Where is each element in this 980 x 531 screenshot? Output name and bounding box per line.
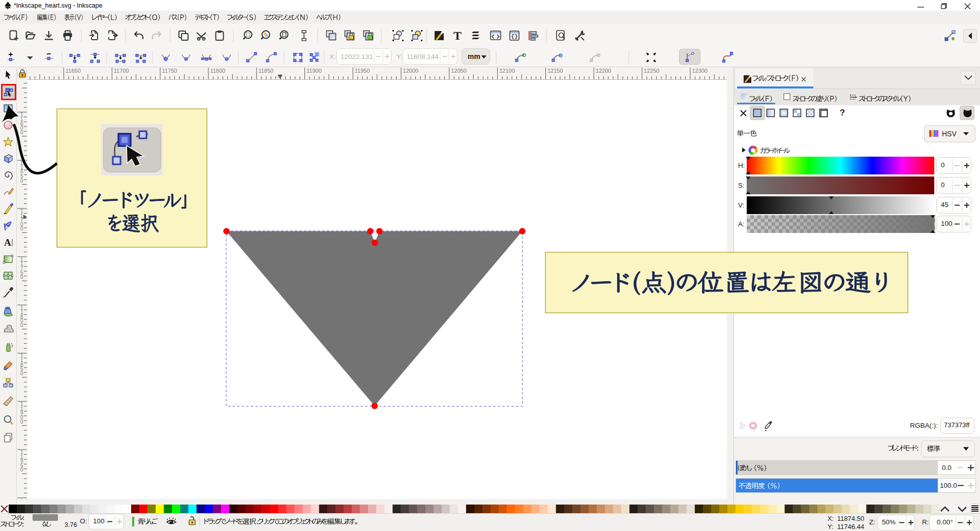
svg-text:0: 0 — [20, 371, 23, 376]
svg-text:12000: 12000 — [403, 68, 419, 74]
svg-text:12100: 12100 — [499, 68, 515, 74]
svg-text:1: 1 — [20, 498, 23, 499]
svg-text:A: A — [4, 237, 11, 248]
svg-text:12300: 12300 — [692, 68, 708, 74]
svg-text:11700: 11700 — [114, 68, 129, 74]
svg-text:0: 0 — [20, 226, 23, 231]
svg-text:0: 0 — [20, 467, 23, 473]
svg-text:11650: 11650 — [66, 68, 81, 74]
svg-text:12250: 12250 — [644, 68, 660, 74]
svg-text:11900: 11900 — [307, 68, 322, 74]
svg-text:11750: 11750 — [162, 68, 177, 74]
svg-text:0: 0 — [20, 274, 23, 280]
svg-text:12200: 12200 — [596, 68, 611, 74]
svg-text:12150: 12150 — [547, 68, 563, 74]
svg-text:11850: 11850 — [258, 68, 273, 74]
svg-text:11950: 11950 — [355, 68, 370, 74]
svg-text:0: 0 — [20, 419, 23, 425]
svg-text:0: 0 — [20, 322, 23, 328]
svg-text:11800: 11800 — [210, 68, 225, 74]
svg-text:{}: {} — [511, 34, 517, 40]
svg-text:12050: 12050 — [451, 68, 467, 74]
